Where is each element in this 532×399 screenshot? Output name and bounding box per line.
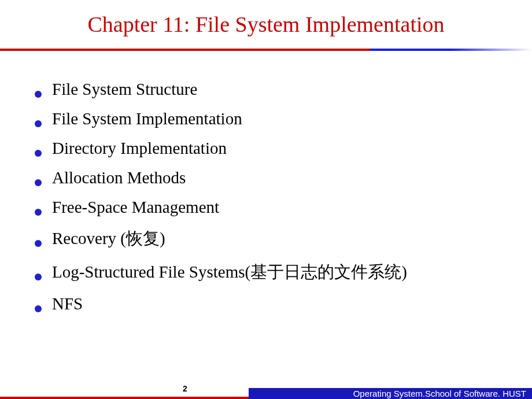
footer-bar: Operating System.School of Software. HUS… bbox=[0, 388, 532, 399]
bullet-icon bbox=[35, 305, 42, 312]
bullet-icon bbox=[35, 274, 42, 280]
divider-blue-segment bbox=[370, 49, 532, 51]
bullet-text: File System Structure bbox=[52, 80, 197, 99]
bullet-text: Free-Space Management bbox=[52, 198, 219, 217]
bullet-text: Recovery (恢复) bbox=[52, 227, 165, 250]
bullet-icon bbox=[35, 209, 42, 216]
list-item: NFS bbox=[35, 294, 497, 313]
bullet-text: Directory Implementation bbox=[52, 139, 227, 158]
bullet-icon bbox=[35, 150, 42, 157]
bullet-icon bbox=[35, 179, 42, 186]
footer-red-segment bbox=[0, 397, 249, 399]
bullet-text: NFS bbox=[52, 294, 83, 313]
content-area: File System Structure File System Implem… bbox=[0, 51, 532, 313]
bullet-icon bbox=[35, 240, 42, 247]
slide-title: Chapter 11: File System Implementation bbox=[0, 0, 532, 49]
bullet-list: File System Structure File System Implem… bbox=[35, 80, 497, 313]
list-item: Free-Space Management bbox=[35, 198, 497, 217]
bullet-icon bbox=[35, 120, 42, 127]
list-item: File System Structure bbox=[35, 80, 497, 99]
list-item: Log-Structured File Systems(基于日志的文件系统) bbox=[35, 261, 497, 284]
bullet-text: Allocation Methods bbox=[52, 168, 186, 187]
footer-text: Operating System.School of Software. HUS… bbox=[249, 388, 532, 399]
bullet-text: File System Implementation bbox=[52, 109, 242, 128]
list-item: File System Implementation bbox=[35, 109, 497, 128]
divider-bar bbox=[0, 49, 532, 51]
bullet-icon bbox=[35, 91, 42, 98]
divider-red-segment bbox=[0, 49, 370, 51]
list-item: Recovery (恢复) bbox=[35, 227, 497, 250]
list-item: Directory Implementation bbox=[35, 139, 497, 158]
list-item: Allocation Methods bbox=[35, 168, 497, 187]
bullet-text: Log-Structured File Systems(基于日志的文件系统) bbox=[52, 261, 407, 284]
